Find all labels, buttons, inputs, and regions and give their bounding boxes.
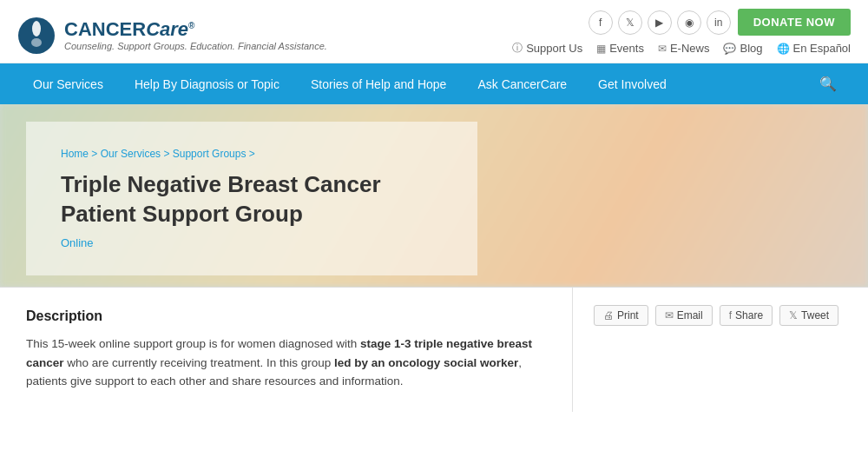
- twitter-icon[interactable]: 𝕏: [618, 10, 642, 35]
- share-facebook-button[interactable]: f Share: [720, 305, 773, 326]
- print-icon: 🖨: [603, 309, 614, 321]
- facebook-icon[interactable]: f: [589, 10, 613, 35]
- main-content: Description This 15-week online support …: [0, 288, 573, 412]
- twitter-share-icon: 𝕏: [789, 309, 798, 321]
- tweet-button[interactable]: 𝕏 Tweet: [779, 305, 838, 326]
- social-donate-area: f 𝕏 ▶ ◉ in DONATE NOW: [589, 9, 851, 36]
- share-bar: 🖨 Print ✉ Email f Share 𝕏 Tweet: [594, 305, 847, 326]
- email-button[interactable]: ✉ Email: [655, 305, 713, 326]
- logo-tagline: Counseling. Support Groups. Education. F…: [64, 41, 327, 51]
- nav-help-diagnosis[interactable]: Help By Diagnosis or Topic: [119, 65, 295, 103]
- breadcrumb: Home > Our Services > Support Groups >: [61, 148, 443, 160]
- linkedin-icon[interactable]: in: [707, 10, 731, 35]
- support-us-icon: ⓘ: [512, 41, 523, 56]
- support-us-link[interactable]: ⓘ Support Us: [512, 41, 582, 56]
- youtube-icon[interactable]: ▶: [648, 10, 672, 35]
- social-icons: f 𝕏 ▶ ◉ in: [589, 10, 731, 35]
- logo-text: CANCERCare® Counseling. Support Groups. …: [64, 20, 327, 51]
- logo-icon: [17, 17, 56, 55]
- espanol-link[interactable]: 🌐 En Español: [777, 42, 852, 55]
- blog-label: Blog: [740, 42, 762, 55]
- svg-point-2: [31, 38, 42, 47]
- tweet-label: Tweet: [801, 309, 829, 321]
- instagram-icon[interactable]: ◉: [677, 10, 701, 35]
- breadcrumb-home[interactable]: Home: [61, 148, 89, 160]
- nav-our-services[interactable]: Our Services: [17, 65, 119, 103]
- breadcrumb-our-services[interactable]: Our Services: [101, 148, 161, 160]
- cancer-text: CANCER: [64, 18, 146, 40]
- main-nav: Our Services Help By Diagnosis or Topic …: [0, 63, 868, 104]
- description-heading: Description: [26, 308, 546, 324]
- nav-ask-cancercare[interactable]: Ask CancerCare: [462, 65, 582, 103]
- events-link[interactable]: ▦ Events: [596, 42, 644, 55]
- enews-link[interactable]: ✉ E-News: [658, 42, 710, 55]
- email-icon: ✉: [665, 309, 674, 321]
- donate-button[interactable]: DONATE NOW: [738, 9, 851, 36]
- description-text: This 15-week online support group is for…: [26, 335, 546, 391]
- content-area: Description This 15-week online support …: [0, 287, 868, 412]
- hero-content: Home > Our Services > Support Groups > T…: [26, 122, 477, 275]
- desc-text-2: who are currently receiving treatment. I…: [64, 356, 334, 369]
- care-text: Care: [146, 18, 188, 40]
- nav-stories[interactable]: Stories of Help and Hope: [295, 65, 462, 103]
- breadcrumb-support-groups[interactable]: Support Groups: [173, 148, 247, 160]
- desc-bold-2: led by an oncology social worker: [334, 356, 518, 369]
- registered-mark: ®: [188, 21, 194, 30]
- header-right: f 𝕏 ▶ ◉ in DONATE NOW ⓘ Support Us ▦ Eve…: [512, 9, 851, 63]
- breadcrumb-sep-3: >: [249, 148, 255, 160]
- nav-get-involved[interactable]: Get Involved: [582, 65, 682, 103]
- logo-area: CANCERCare® Counseling. Support Groups. …: [17, 17, 327, 55]
- hero-section: Home > Our Services > Support Groups > T…: [0, 104, 868, 287]
- support-us-label: Support Us: [526, 42, 582, 55]
- logo-brand: CANCERCare®: [64, 20, 327, 39]
- print-button[interactable]: 🖨 Print: [594, 305, 648, 326]
- espanol-label: En Español: [793, 42, 852, 55]
- email-label: Email: [677, 309, 703, 321]
- blog-link[interactable]: 💬 Blog: [723, 42, 762, 55]
- header-nav-links: ⓘ Support Us ▦ Events ✉ E-News 💬 Blog 🌐 …: [512, 41, 851, 63]
- events-label: Events: [609, 42, 644, 55]
- espanol-icon: 🌐: [777, 43, 790, 55]
- page-title: Triple Negative Breast Cancer Patient Su…: [61, 170, 443, 229]
- breadcrumb-sep-2: >: [163, 148, 172, 160]
- desc-text-1: This 15-week online support group is for…: [26, 337, 360, 350]
- blog-icon: 💬: [723, 43, 736, 55]
- svg-point-1: [32, 21, 41, 36]
- hero-subtitle: Online: [61, 236, 443, 249]
- events-icon: ▦: [596, 43, 606, 55]
- sidebar: 🖨 Print ✉ Email f Share 𝕏 Tweet: [573, 288, 868, 412]
- enews-icon: ✉: [658, 43, 667, 55]
- enews-label: E-News: [670, 42, 710, 55]
- share-label: Share: [735, 309, 763, 321]
- breadcrumb-sep-1: >: [91, 148, 100, 160]
- header: CANCERCare® Counseling. Support Groups. …: [0, 0, 868, 63]
- search-icon[interactable]: 🔍: [806, 63, 851, 104]
- facebook-share-icon: f: [729, 309, 732, 321]
- print-label: Print: [617, 309, 639, 321]
